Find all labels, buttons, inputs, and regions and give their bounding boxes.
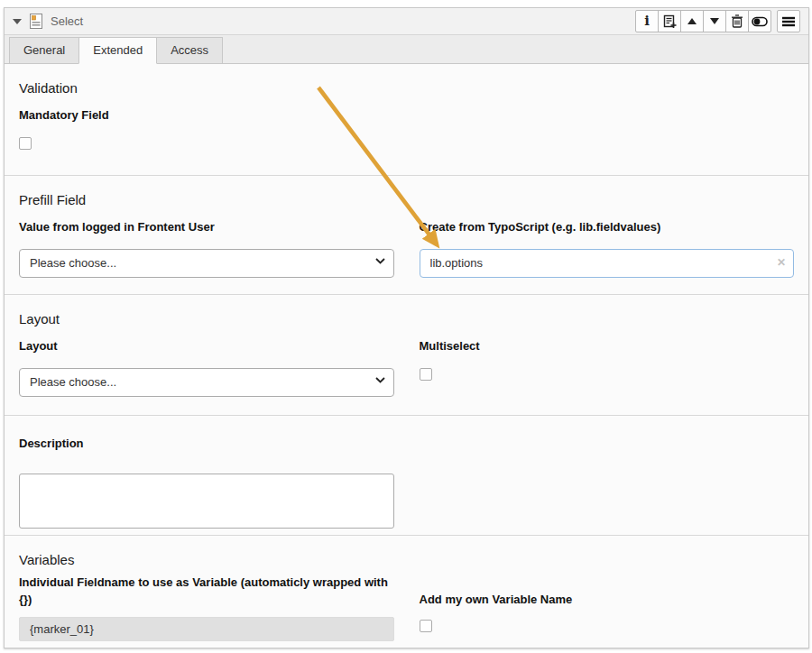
feuser-value-label: Value from logged in Frontent User [19,219,394,236]
layout-select[interactable]: Please choose... [19,368,394,397]
element-header: Select i [5,8,808,35]
typoscript-label: Create from TypoScript (e.g. lib.fieldva… [420,219,795,236]
multiselect-checkbox[interactable] [420,368,432,381]
arrow-down-icon [710,18,719,24]
toggle-visibility-button[interactable] [748,10,771,32]
feuser-value-select[interactable]: Please choose... [19,249,394,278]
mandatory-field-checkbox[interactable] [19,137,32,150]
info-button[interactable]: i [635,10,659,32]
typoscript-input[interactable] [420,249,795,278]
tab-general[interactable]: General [9,37,79,64]
section-variables: Variables Individual Fieldname to use as… [5,535,808,649]
element-title: Select [51,14,83,28]
element-toolbar: i [635,10,771,32]
tab-extended[interactable]: Extended [78,37,157,64]
content-element-icon [30,14,43,30]
trash-icon [731,14,743,28]
section-title-layout: Layout [19,311,794,326]
duplicate-icon [663,14,677,28]
move-down-button[interactable] [703,10,726,32]
tab-bar: General Extended Access [5,35,808,64]
duplicate-button[interactable] [658,10,681,32]
section-prefill: Prefill Field Value from logged in Front… [5,175,808,294]
own-variable-label: Add my own Variable Name [420,592,795,609]
description-label: Description [19,436,394,453]
section-validation: Validation Mandatory Field [5,64,808,175]
drag-handle-button[interactable] [777,10,800,32]
clear-input-icon[interactable]: ✕ [777,257,786,268]
select-element-panel: Select i [4,7,809,648]
section-title-validation: Validation [19,80,794,96]
mandatory-field-label: Mandatory Field [19,107,794,124]
section-description: Description [5,415,808,535]
move-up-button[interactable] [680,10,704,32]
fieldname-variable-label: Individual Fieldname to use as Variable … [19,575,394,609]
description-textarea[interactable] [19,474,394,529]
toggle-icon [752,16,768,27]
section-layout: Layout Layout Please choose... Multisele… [5,294,808,415]
layout-label: Layout [19,338,394,355]
section-title-prefill: Prefill Field [19,192,794,207]
delete-button[interactable] [725,10,749,32]
tab-access[interactable]: Access [156,37,223,64]
fieldname-variable-readonly-input [19,617,394,641]
section-title-variables: Variables [19,552,794,567]
drag-handle-icon [781,16,796,27]
own-variable-checkbox[interactable] [420,620,432,632]
info-icon: i [644,14,650,28]
arrow-up-icon [687,18,697,24]
multiselect-label: Multiselect [420,338,795,355]
collapse-caret-icon[interactable] [13,19,22,24]
